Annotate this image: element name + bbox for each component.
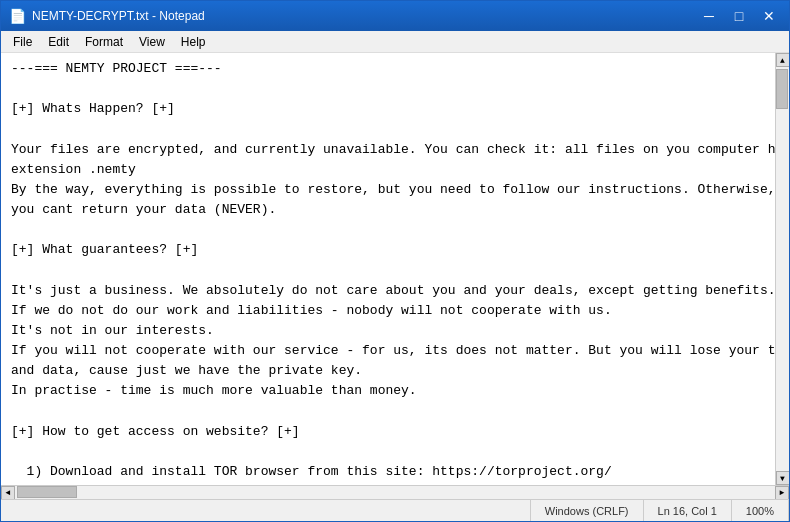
- notepad-window: 📄 NEMTY-DECRYPT.txt - Notepad ─ □ ✕ File…: [0, 0, 790, 522]
- scroll-down-arrow[interactable]: ▼: [776, 471, 790, 485]
- app-icon: 📄: [9, 8, 26, 24]
- horizontal-scrollbar[interactable]: ◄ ►: [1, 485, 789, 499]
- vertical-scrollbar[interactable]: ▲ ▼: [775, 53, 789, 485]
- status-empty: [1, 500, 531, 521]
- h-scroll-track[interactable]: [15, 486, 775, 499]
- menu-edit[interactable]: Edit: [40, 31, 77, 52]
- text-editor[interactable]: ---=== NEMTY PROJECT ===--- [+] Whats Ha…: [1, 53, 775, 485]
- content-area: ---=== NEMTY PROJECT ===--- [+] Whats Ha…: [1, 53, 789, 485]
- minimize-button[interactable]: ─: [695, 6, 723, 26]
- h-scroll-thumb[interactable]: [17, 486, 77, 498]
- scroll-track[interactable]: [776, 67, 789, 471]
- status-encoding: Windows (CRLF): [531, 500, 644, 521]
- scroll-right-arrow[interactable]: ►: [775, 486, 789, 500]
- menu-format[interactable]: Format: [77, 31, 131, 52]
- scroll-up-arrow[interactable]: ▲: [776, 53, 790, 67]
- title-bar: 📄 NEMTY-DECRYPT.txt - Notepad ─ □ ✕: [1, 1, 789, 31]
- title-bar-left: 📄 NEMTY-DECRYPT.txt - Notepad: [9, 8, 205, 24]
- close-button[interactable]: ✕: [755, 6, 783, 26]
- scroll-thumb[interactable]: [776, 69, 788, 109]
- window-controls: ─ □ ✕: [695, 6, 783, 26]
- window-title: NEMTY-DECRYPT.txt - Notepad: [32, 9, 205, 23]
- status-bar: Windows (CRLF) Ln 16, Col 1 100%: [1, 499, 789, 521]
- status-zoom: 100%: [732, 500, 789, 521]
- menu-file[interactable]: File: [5, 31, 40, 52]
- menu-help[interactable]: Help: [173, 31, 214, 52]
- scroll-left-arrow[interactable]: ◄: [1, 486, 15, 500]
- maximize-button[interactable]: □: [725, 6, 753, 26]
- menu-view[interactable]: View: [131, 31, 173, 52]
- status-line-col: Ln 16, Col 1: [644, 500, 732, 521]
- menu-bar: File Edit Format View Help: [1, 31, 789, 53]
